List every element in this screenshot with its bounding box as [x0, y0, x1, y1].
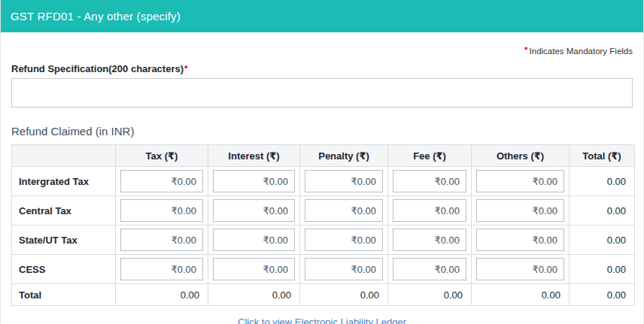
input-state-ut-tax-others[interactable] — [476, 229, 564, 251]
table-row-state-ut-tax: State/UT Tax 0.00 — [12, 226, 635, 255]
input-central-tax-tax[interactable] — [120, 199, 203, 222]
input-integrated-tax-fee[interactable] — [393, 170, 466, 192]
table-header-row: Tax (₹) Interest (₹) Penalty (₹) Fee (₹)… — [12, 145, 635, 167]
column-header-others: Others (₹) — [472, 145, 570, 167]
column-header-penalty: Penalty (₹) — [300, 145, 388, 167]
input-central-tax-penalty[interactable] — [305, 199, 383, 222]
page-title: GST RFD01 - Any other (specify) — [1, 0, 643, 32]
input-central-tax-fee[interactable] — [393, 199, 466, 222]
row-label-central-tax: Central Tax — [12, 196, 116, 226]
input-central-tax-interest[interactable] — [213, 199, 295, 222]
row-label-total: Total — [12, 284, 116, 306]
mandatory-note-label: Indicates Mandatory Fields — [530, 47, 633, 56]
input-state-ut-tax-penalty[interactable] — [305, 229, 383, 251]
grand-total-penalty: 0.00 — [300, 284, 388, 306]
input-cess-tax[interactable] — [120, 258, 203, 280]
total-cess: 0.00 — [570, 255, 635, 284]
total-state-ut-tax: 0.00 — [570, 226, 635, 255]
input-state-ut-tax-fee[interactable] — [393, 229, 466, 251]
table-row-central-tax: Central Tax 0.00 — [12, 196, 635, 226]
input-cess-interest[interactable] — [213, 258, 295, 280]
grand-total-fee: 0.00 — [388, 284, 472, 306]
grand-total-tax: 0.00 — [116, 284, 208, 306]
row-label-cess: CESS — [12, 255, 116, 284]
form-content: •Indicates Mandatory Fields Refund Speci… — [1, 43, 643, 324]
input-cess-fee[interactable] — [393, 258, 466, 280]
mandatory-fields-note: •Indicates Mandatory Fields — [11, 43, 633, 56]
refund-claimed-table: Tax (₹) Interest (₹) Penalty (₹) Fee (₹)… — [11, 144, 635, 306]
column-header-row-label — [12, 145, 116, 167]
column-header-total: Total (₹) — [570, 145, 635, 167]
column-header-fee: Fee (₹) — [388, 145, 472, 167]
table-row-total: Total 0.00 0.00 0.00 0.00 0.00 0.00 — [12, 284, 635, 306]
gst-rfd01-panel: GST RFD01 - Any other (specify) •Indicat… — [0, 0, 644, 324]
required-dot-icon: • — [184, 61, 188, 72]
table-row-integrated-tax: Intergrated Tax 0.00 — [12, 167, 635, 196]
total-central-tax: 0.00 — [570, 196, 635, 226]
grand-total-others: 0.00 — [472, 284, 570, 306]
row-label-integrated-tax: Intergrated Tax — [12, 167, 116, 196]
input-integrated-tax-penalty[interactable] — [305, 170, 383, 192]
total-integrated-tax: 0.00 — [570, 167, 635, 196]
grand-total-total: 0.00 — [570, 284, 635, 306]
input-central-tax-others[interactable] — [476, 199, 564, 222]
column-header-tax: Tax (₹) — [116, 145, 208, 167]
input-cess-others[interactable] — [476, 258, 564, 280]
table-row-cess: CESS 0.00 — [12, 255, 635, 284]
input-integrated-tax-others[interactable] — [476, 170, 564, 192]
grand-total-interest: 0.00 — [208, 284, 300, 306]
row-label-state-ut-tax: State/UT Tax — [12, 226, 116, 255]
input-cess-penalty[interactable] — [305, 258, 383, 280]
refund-specification-label: Refund Specification(200 characters)• — [11, 61, 633, 74]
input-integrated-tax-interest[interactable] — [213, 170, 295, 192]
electronic-liability-ledger-link[interactable]: Click to view Electronic Liability Ledge… — [238, 316, 406, 324]
refund-claimed-section-title: Refund Claimed (in INR) — [11, 125, 633, 138]
input-state-ut-tax-interest[interactable] — [213, 229, 295, 251]
refund-specification-label-text: Refund Specification(200 characters) — [11, 63, 184, 74]
column-header-interest: Interest (₹) — [208, 145, 300, 167]
refund-specification-input[interactable] — [11, 78, 633, 107]
mandatory-dot-icon: • — [524, 43, 528, 54]
footer-link-row: Click to view Electronic Liability Ledge… — [11, 315, 633, 324]
input-state-ut-tax-tax[interactable] — [120, 229, 203, 251]
input-integrated-tax-tax[interactable] — [120, 170, 203, 192]
